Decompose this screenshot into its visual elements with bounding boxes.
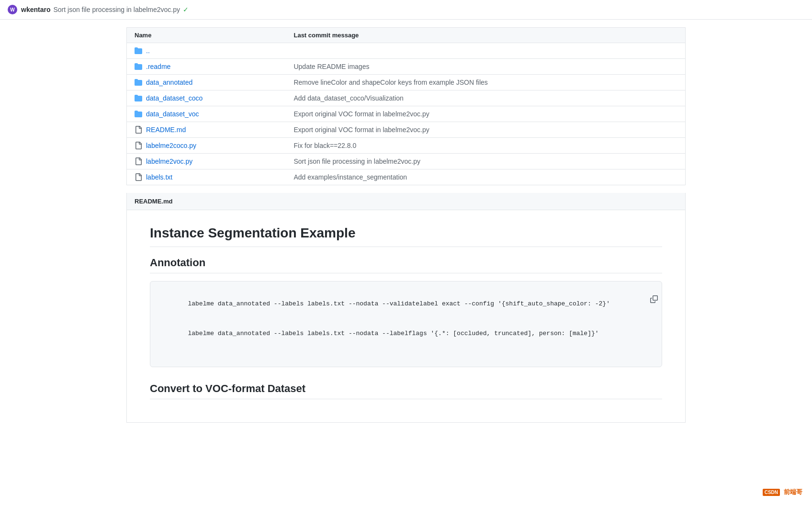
table-row: labelme2voc.py Sort json file processing… (127, 154, 686, 169)
commit-message-cell: Sort json file processing in labelme2voc… (286, 154, 685, 169)
file-name-cell: data_dataset_coco (127, 90, 286, 106)
file-name: labels.txt (146, 173, 172, 181)
file-icon (135, 173, 142, 181)
file-name: labelme2coco.py (146, 142, 196, 149)
top-bar: W wkentaro Sort json file processing in … (0, 0, 812, 20)
file-name: data_annotated (146, 79, 192, 86)
top-bar-text: wkentaro Sort json file processing in la… (21, 6, 189, 13)
table-row: data_dataset_voc Export original VOC for… (127, 106, 686, 122)
col-name: Name (127, 28, 286, 43)
file-link[interactable]: labelme2voc.py (135, 157, 278, 165)
file-link[interactable]: labelme2coco.py (135, 142, 278, 149)
col-commit: Last commit message (286, 28, 685, 43)
folder-link[interactable]: data_annotated (135, 79, 278, 86)
readme-section: README.md Instance Segmentation Example … (126, 193, 686, 423)
readme-header: README.md (126, 193, 686, 210)
file-name-cell: data_annotated (127, 75, 286, 90)
folder-icon (135, 110, 142, 118)
folder-icon (135, 63, 142, 70)
file-name-cell: data_dataset_voc (127, 106, 286, 122)
file-name: .readme (146, 63, 170, 70)
table-row: data_dataset_coco Add data_dataset_coco/… (127, 90, 686, 106)
commit-message: Sort json file processing in labelme2voc… (53, 6, 180, 13)
commit-message-cell (286, 43, 685, 59)
convert-heading: Convert to VOC-format Dataset (150, 382, 662, 399)
copy-icon[interactable] (613, 285, 658, 316)
file-browser: Name Last commit message .. .readme Upda… (126, 27, 686, 185)
table-row: labelme2coco.py Fix for black==22.8.0 (127, 138, 686, 154)
commit-message-cell: Export original VOC format in labelme2vo… (286, 106, 685, 122)
file-table: Name Last commit message .. .readme Upda… (126, 27, 686, 185)
file-name: labelme2voc.py (146, 157, 192, 165)
file-name-cell: labelme2voc.py (127, 154, 286, 169)
folder-icon (135, 94, 142, 102)
file-name: .. (146, 47, 150, 55)
file-link[interactable]: README.md (135, 126, 278, 134)
annotation-code-block: labelme data_annotated --labels labels.t… (150, 281, 662, 367)
commit-message-cell: Update README images (286, 59, 685, 75)
file-name-cell: .readme (127, 59, 286, 75)
readme-filename: README.md (135, 198, 172, 205)
table-row: README.md Export original VOC format in … (127, 122, 686, 138)
file-name-cell: labels.txt (127, 169, 286, 185)
table-row: data_annotated Remove lineColor and shap… (127, 75, 686, 90)
file-name: README.md (146, 126, 186, 134)
folder-link[interactable]: .readme (135, 63, 278, 70)
table-row: labels.txt Add examples/instance_segment… (127, 169, 686, 185)
file-table-body: .. .readme Update README images data_ann… (127, 43, 686, 185)
file-name: data_dataset_voc (146, 110, 199, 118)
table-row: .readme Update README images (127, 59, 686, 75)
file-icon (135, 157, 142, 165)
folder-icon (135, 47, 142, 55)
username[interactable]: wkentaro (21, 6, 50, 13)
table-row: .. (127, 43, 686, 59)
folder-icon (135, 79, 142, 86)
readme-title: Instance Segmentation Example (150, 225, 662, 247)
folder-link[interactable]: data_dataset_voc (135, 110, 278, 118)
file-name: data_dataset_coco (146, 94, 203, 102)
file-name-cell: README.md (127, 122, 286, 138)
avatar: W (8, 5, 17, 14)
table-header-row: Name Last commit message (127, 28, 686, 43)
folder-link[interactable]: data_dataset_coco (135, 94, 278, 102)
convert-section: Convert to VOC-format Dataset (150, 382, 662, 399)
code-line-1: labelme data_annotated --labels labels.t… (188, 300, 610, 307)
file-name-cell: .. (127, 43, 286, 59)
code-line-2: labelme data_annotated --labels labels.t… (188, 330, 598, 337)
commit-message-cell: Add data_dataset_coco/Visualization (286, 90, 685, 106)
commit-message-cell: Export original VOC format in labelme2vo… (286, 122, 685, 138)
commit-message-cell: Add examples/instance_segmentation (286, 169, 685, 185)
file-icon (135, 142, 142, 149)
commit-message-cell: Fix for black==22.8.0 (286, 138, 685, 154)
annotation-heading: Annotation (150, 257, 662, 273)
readme-content: Instance Segmentation Example Annotation… (126, 210, 686, 423)
commit-message-cell: Remove lineColor and shapeColor keys fro… (286, 75, 685, 90)
check-icon: ✓ (183, 6, 189, 13)
file-link[interactable]: labels.txt (135, 173, 278, 181)
file-name-cell: labelme2coco.py (127, 138, 286, 154)
file-icon (135, 126, 142, 134)
folder-link[interactable]: .. (135, 47, 278, 55)
